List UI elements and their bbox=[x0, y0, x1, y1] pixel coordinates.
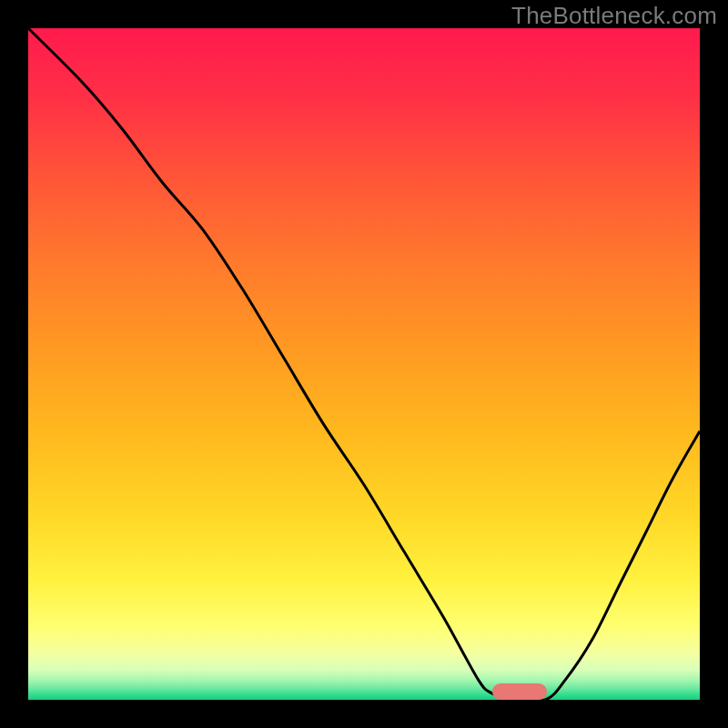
bottleneck-curve bbox=[28, 28, 700, 700]
optimal-marker bbox=[492, 683, 547, 700]
watermark-text: TheBottleneck.com bbox=[511, 2, 717, 30]
plot-area bbox=[28, 28, 700, 700]
chart-container: TheBottleneck.com bbox=[0, 0, 728, 728]
